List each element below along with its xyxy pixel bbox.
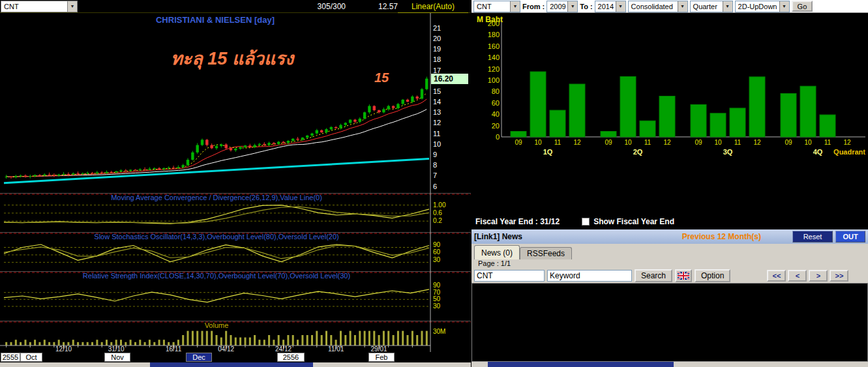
quarterly-bar-chart[interactable]: 020406080100120140160180200091011121Q091… xyxy=(471,13,868,158)
svg-text:13: 13 xyxy=(433,108,441,116)
chevron-down-icon[interactable]: ▼ xyxy=(616,1,625,12)
axis-label-2556: 2556 xyxy=(277,353,305,362)
svg-text:0.6: 0.6 xyxy=(433,209,442,216)
svg-text:9: 9 xyxy=(433,151,437,158)
svg-text:M Baht: M Baht xyxy=(477,15,503,24)
svg-text:60: 60 xyxy=(433,248,441,256)
tab-news[interactable]: News (0) xyxy=(474,245,520,259)
svg-text:120: 120 xyxy=(488,65,500,73)
svg-text:11: 11 xyxy=(734,139,741,146)
svg-text:60: 60 xyxy=(492,99,500,107)
keyword-input[interactable] xyxy=(547,270,632,282)
fiscal-year-end-label: Fiscal Year End : 31/12 xyxy=(475,217,560,226)
svg-text:10: 10 xyxy=(534,139,542,146)
svg-text:50: 50 xyxy=(433,295,441,302)
svg-text:10: 10 xyxy=(804,139,812,146)
symbol-combobox[interactable]: CNT ▼ xyxy=(1,1,78,12)
svg-text:2Q: 2Q xyxy=(633,148,643,156)
consolidated-value: Consolidated xyxy=(629,3,678,10)
chevron-down-icon[interactable]: ▼ xyxy=(723,1,732,12)
svg-text:1.00: 1.00 xyxy=(433,201,446,209)
news-search-row: Search Option << < > >> xyxy=(471,269,868,283)
svg-text:10: 10 xyxy=(624,139,632,146)
chart-style-combobox[interactable]: 2D-UpDown▼ xyxy=(735,1,790,12)
last-page-button[interactable]: >> xyxy=(830,270,848,282)
consolidated-combobox[interactable]: Consolidated▼ xyxy=(628,1,688,12)
news-header-title: [Link1] News xyxy=(474,232,522,241)
volume-panel[interactable]: 30MVolume12/1031/1016/1104/1224/1211/012… xyxy=(0,321,471,352)
symbol-input[interactable] xyxy=(474,270,545,282)
macd-panel[interactable]: 1.000.60.2Moving Average Convergence / D… xyxy=(0,193,471,232)
axis-label-Nov: Nov xyxy=(104,353,130,362)
svg-text:90: 90 xyxy=(433,282,441,289)
pager-buttons: << < > >> xyxy=(767,270,848,282)
svg-text:29/01: 29/01 xyxy=(371,345,387,352)
svg-text:6: 6 xyxy=(433,183,437,190)
news-tabs: News (0) RSSFeeds xyxy=(471,244,868,259)
from-year-value: 2009 xyxy=(547,3,567,10)
period-combobox[interactable]: Quarter▼ xyxy=(690,1,733,12)
show-fiscal-year-label: Show Fiscal Year End xyxy=(593,217,674,226)
chevron-down-icon[interactable]: ▼ xyxy=(67,1,77,12)
svg-text:31/10: 31/10 xyxy=(108,345,125,352)
svg-text:11: 11 xyxy=(644,139,651,146)
svg-text:09: 09 xyxy=(785,139,792,146)
tab-rssfeeds[interactable]: RSSFeeds xyxy=(520,247,572,259)
previous-months-label: Previous 12 Month(s) xyxy=(682,232,761,241)
svg-text:30: 30 xyxy=(433,256,441,263)
chevron-down-icon[interactable]: ▼ xyxy=(779,1,789,12)
prev-page-button[interactable]: < xyxy=(788,270,807,282)
svg-text:04/12: 04/12 xyxy=(218,345,234,352)
svg-text:Relative Strength Index(CLOSE,: Relative Strength Index(CLOSE,14,30,70),… xyxy=(83,272,350,280)
svg-text:16: 16 xyxy=(433,77,441,85)
first-page-button[interactable]: << xyxy=(767,270,786,282)
stochastics-panel[interactable]: 906030Slow Stochastics Oscillator(14,3,3… xyxy=(0,232,471,271)
svg-text:09: 09 xyxy=(605,139,612,146)
symbol-value: CNT xyxy=(474,3,510,10)
svg-text:100: 100 xyxy=(488,76,500,84)
svg-text:09: 09 xyxy=(695,139,702,146)
fundamental-pane: CNT▼ From : 2009▼ To : 2014▼ Consolidate… xyxy=(471,0,868,367)
svg-text:10: 10 xyxy=(433,140,441,148)
show-fiscal-year-checkbox[interactable] xyxy=(582,218,590,226)
svg-text:8: 8 xyxy=(433,161,437,169)
reset-button[interactable]: Reset xyxy=(792,231,833,242)
news-header-bar: [Link1] News Previous 12 Month(s) Reset … xyxy=(471,229,868,244)
news-list xyxy=(471,283,868,362)
scale-mode-button[interactable]: Linear(Auto) xyxy=(398,0,468,13)
svg-text:15: 15 xyxy=(433,87,441,95)
out-button[interactable]: OUT xyxy=(835,231,865,242)
svg-text:90: 90 xyxy=(433,241,441,248)
svg-text:18: 18 xyxy=(433,55,441,63)
svg-text:80: 80 xyxy=(492,87,500,95)
period-value: Quarter xyxy=(691,3,723,10)
candlestick-chart[interactable]: 2120191817161514131211109876 xyxy=(0,13,471,193)
chevron-down-icon[interactable]: ▼ xyxy=(567,1,577,12)
option-button[interactable]: Option xyxy=(695,269,730,282)
time-axis-months: 2555OctNovDec2556Feb xyxy=(0,352,471,362)
symbol-combobox-right[interactable]: CNT▼ xyxy=(473,1,520,12)
rsi-panel[interactable]: 90705030Relative Strength Index(CLOSE,14… xyxy=(0,271,471,321)
chart-hscrollbar[interactable] xyxy=(0,362,471,367)
go-button[interactable]: Go xyxy=(792,1,813,12)
next-page-button[interactable]: > xyxy=(809,270,828,282)
axis-label-Feb: Feb xyxy=(368,353,395,362)
chevron-down-icon[interactable]: ▼ xyxy=(510,1,520,12)
axis-label-2555: 2555 xyxy=(1,353,20,362)
svg-text:7: 7 xyxy=(433,171,437,179)
chevron-down-icon[interactable]: ▼ xyxy=(678,1,687,12)
search-button[interactable]: Search xyxy=(635,269,672,282)
svg-text:12: 12 xyxy=(663,139,671,146)
svg-text:12: 12 xyxy=(573,139,581,146)
scrollbar-thumb[interactable] xyxy=(488,362,674,367)
english-language-button[interactable] xyxy=(675,269,692,282)
chart-style-value: 2D-UpDown xyxy=(736,3,779,10)
from-year-combobox[interactable]: 2009▼ xyxy=(546,1,578,12)
svg-text:12: 12 xyxy=(843,139,851,146)
to-year-combobox[interactable]: 2014▼ xyxy=(595,1,626,12)
scrollbar-thumb[interactable] xyxy=(150,362,313,367)
news-hscrollbar[interactable] xyxy=(471,362,868,367)
fiscal-row: Fiscal Year End : 31/12 Show Fiscal Year… xyxy=(471,214,868,229)
svg-text:140: 140 xyxy=(488,53,500,61)
svg-text:16/11: 16/11 xyxy=(166,345,182,352)
